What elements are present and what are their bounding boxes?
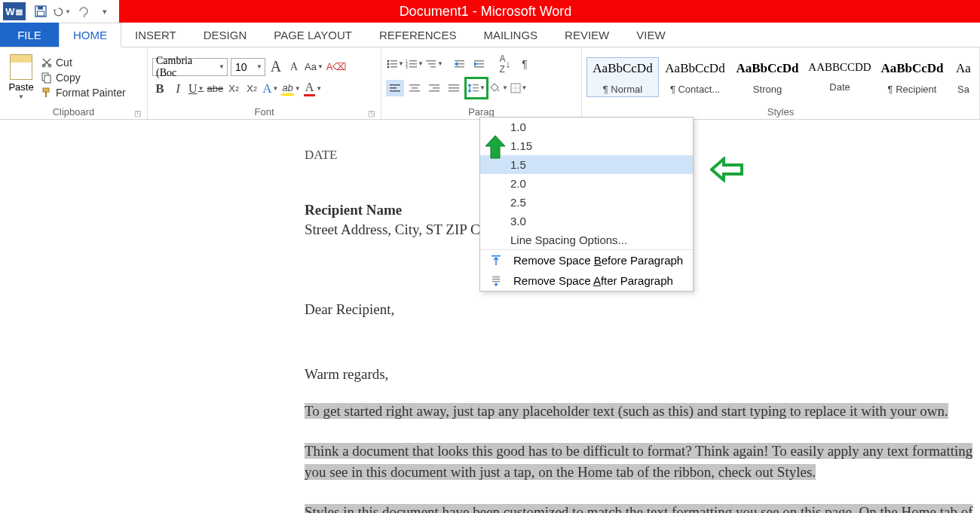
undo-icon[interactable]: ▼ (53, 2, 71, 20)
svg-rect-51 (492, 281, 500, 282)
window-title: Document1 - Microsoft Word (119, 4, 852, 20)
tab-review[interactable]: REVIEW (551, 23, 623, 47)
style-date[interactable]: AABBCCDD Date (804, 57, 876, 95)
paste-dropdown-icon[interactable]: ▼ (18, 93, 24, 100)
align-left-button[interactable] (386, 80, 404, 96)
svg-rect-18 (409, 63, 417, 65)
doc-closing[interactable]: Warm regards, (305, 366, 980, 383)
svg-rect-23 (430, 66, 436, 68)
remove-space-after-icon (488, 275, 504, 287)
shrink-font-button[interactable]: A (286, 59, 302, 75)
tab-view[interactable]: VIEW (623, 23, 678, 47)
bold-button[interactable]: B (152, 81, 167, 97)
doc-paragraph-2[interactable]: Think a document that looks this good ha… (305, 441, 980, 484)
borders-button[interactable]: ▼ (510, 80, 528, 96)
show-hide-marks-button[interactable]: ¶ (516, 56, 534, 72)
group-font: Cambria (Boc▼ 10▼ A A Aa▼ A⌫ B I U▼ abe … (148, 47, 381, 119)
style-recipient[interactable]: AaBbCcDd ¶ Recipient (876, 57, 948, 97)
svg-rect-38 (429, 90, 439, 92)
svg-rect-29 (474, 66, 484, 68)
copy-button[interactable]: Copy (41, 72, 126, 84)
font-dialog-launcher-icon[interactable]: ◳ (368, 109, 375, 118)
svg-rect-30 (390, 84, 400, 86)
clipboard-dialog-launcher-icon[interactable]: ◳ (134, 109, 141, 118)
bullets-button[interactable]: ▼ (386, 56, 404, 72)
svg-rect-24 (455, 60, 464, 62)
svg-rect-26 (455, 66, 464, 68)
customize-qat-icon[interactable]: ▾ (95, 2, 113, 20)
svg-point-11 (387, 63, 390, 65)
superscript-button[interactable]: X2 (244, 81, 259, 97)
line-spacing-1-0[interactable]: 1.0 (480, 118, 693, 136)
tab-mailings[interactable]: MAILINGS (470, 23, 551, 47)
doc-salutation[interactable]: Dear Recipient, (305, 301, 980, 318)
svg-rect-48 (492, 255, 501, 257)
style-strong[interactable]: AaBbCcDd Strong (731, 57, 804, 97)
tab-references[interactable]: REFERENCES (366, 23, 470, 47)
line-spacing-2-5[interactable]: 2.5 (480, 193, 693, 212)
style-contact[interactable]: AaBbCcDd ¶ Contact... (659, 57, 731, 97)
font-color-button[interactable]: A▼ (304, 81, 322, 97)
svg-rect-12 (390, 63, 397, 65)
svg-point-9 (387, 60, 390, 62)
line-spacing-2-0[interactable]: 2.0 (480, 174, 693, 193)
svg-rect-34 (412, 87, 418, 89)
increase-indent-button[interactable] (470, 56, 488, 72)
sort-button[interactable]: AZ↓ (496, 56, 514, 72)
font-name-combo[interactable]: Cambria (Boc▼ (152, 58, 228, 76)
strikethrough-button[interactable]: abe (207, 81, 223, 97)
tab-insert[interactable]: INSERT (121, 23, 190, 47)
svg-rect-27 (474, 60, 484, 62)
group-clipboard: Paste ▼ Cut Copy Format Painter Clipbo (0, 47, 148, 119)
styles-gallery[interactable]: AaBbCcDd ¶ Normal AaBbCcDd ¶ Contact... … (586, 57, 978, 97)
paste-button[interactable]: Paste ▼ (5, 54, 38, 100)
change-case-button[interactable]: Aa▼ (305, 59, 323, 75)
format-painter-button[interactable]: Format Painter (41, 87, 126, 99)
underline-button[interactable]: U▼ (188, 81, 204, 97)
line-spacing-1-5[interactable]: 1.5 (480, 155, 693, 174)
font-size-combo[interactable]: 10▼ (231, 58, 265, 76)
line-spacing-options[interactable]: Line Spacing Options... (480, 231, 693, 249)
highlight-color-button[interactable]: ab▼ (281, 81, 300, 97)
remove-space-before[interactable]: Remove Space Before Paragraph (480, 250, 693, 270)
line-spacing-button[interactable]: ▼ (464, 77, 488, 99)
doc-paragraph-1[interactable]: To get started right away, just tap any … (305, 401, 980, 423)
tab-design[interactable]: DESIGN (190, 23, 261, 47)
justify-button[interactable] (445, 80, 463, 96)
style-normal[interactable]: AaBbCcDd ¶ Normal (586, 57, 659, 97)
remove-space-after[interactable]: Remove Space After Paragraph (480, 270, 693, 291)
tab-page-layout[interactable]: PAGE LAYOUT (260, 23, 366, 47)
italic-button[interactable]: I (170, 81, 185, 97)
svg-rect-43 (473, 87, 479, 88)
file-tab[interactable]: FILE (0, 23, 59, 47)
svg-rect-7 (43, 88, 49, 92)
grow-font-button[interactable]: A (268, 59, 283, 75)
remove-space-before-icon (488, 255, 504, 267)
svg-rect-14 (390, 66, 397, 68)
redo-icon[interactable] (74, 2, 92, 20)
svg-rect-49 (492, 276, 500, 277)
text-effects-button[interactable]: A▼ (262, 81, 278, 97)
save-icon[interactable] (32, 2, 50, 20)
line-spacing-1-15[interactable]: 1.15 (480, 136, 693, 155)
quick-access-toolbar: W≣ ▼ ▾ (0, 0, 119, 23)
style-more[interactable]: Aa Sa (948, 57, 978, 97)
numbering-button[interactable]: 123▼ (406, 56, 424, 72)
svg-rect-44 (473, 90, 479, 91)
clear-formatting-button[interactable]: A⌫ (326, 59, 347, 75)
multilevel-list-button[interactable]: ▼ (425, 56, 443, 72)
subscript-button[interactable]: X2 (226, 81, 241, 97)
svg-rect-22 (428, 63, 436, 65)
doc-paragraph-3[interactable]: Styles in this document have been custom… (305, 502, 980, 514)
line-spacing-3-0[interactable]: 3.0 (480, 212, 693, 231)
cut-button[interactable]: Cut (41, 56, 126, 69)
decrease-indent-button[interactable] (451, 56, 469, 72)
align-center-button[interactable] (406, 80, 424, 96)
tab-home[interactable]: HOME (59, 23, 121, 47)
svg-rect-8 (45, 92, 47, 97)
svg-rect-40 (449, 87, 459, 89)
shading-button[interactable]: ▼ (490, 80, 508, 96)
svg-rect-31 (390, 87, 397, 89)
align-right-button[interactable] (425, 80, 443, 96)
paste-label: Paste (8, 81, 33, 93)
